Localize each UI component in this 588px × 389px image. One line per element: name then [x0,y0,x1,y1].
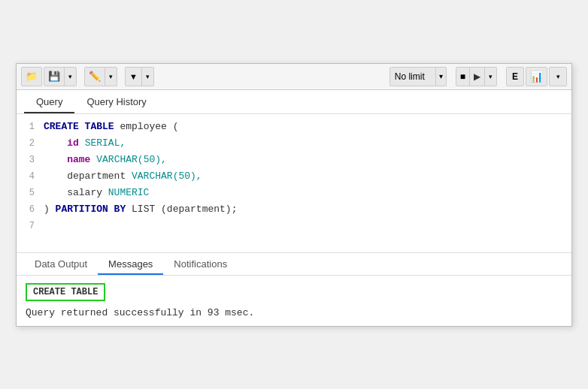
limit-dropdown[interactable]: No limit ▾ [389,67,447,86]
code-line-3: 3 name VARCHAR(50), [17,152,571,168]
explain-button[interactable]: E [506,67,524,86]
line-content-5: salary NUMERIC [44,185,571,201]
line-number-1: 1 [17,119,44,134]
stop-button[interactable]: ■ [456,68,470,86]
line-number-6: 6 [17,202,44,217]
line-content-2: id SERIAL, [44,135,571,152]
line-content-6: ) PARTITION BY LIST (department); [44,201,571,218]
line-number-3: 3 [17,152,44,167]
tab-data-output[interactable]: Data Output [24,253,98,275]
output-tab-bar: Data Output Messages Notifications [17,253,571,276]
line-number-4: 4 [17,169,44,184]
line-number-5: 5 [17,185,44,201]
line-content-4: department VARCHAR(50), [44,168,571,185]
save-group: 💾 ▾ [44,67,77,86]
code-line-5: 5 salary NUMERIC [17,185,571,201]
code-line-4: 4 department VARCHAR(50), [17,168,571,185]
tab-query[interactable]: Query [24,90,74,113]
save-button[interactable]: 💾 [44,68,65,86]
main-window: 📁 💾 ▾ ✏️ ▾ ▼ ▾ No limit ▾ ■ ▶ ▾ [16,63,572,327]
line-content-7 [44,218,571,234]
code-line-2: 2 id SERIAL, [17,135,571,152]
edit-group: ✏️ ▾ [84,67,117,86]
output-panel: CREATE TABLE Query returned successfully… [17,276,571,326]
code-line-7: 7 [17,218,571,234]
tab-messages[interactable]: Messages [98,253,163,275]
limit-label: No limit [390,69,435,84]
filter-group: ▼ ▾ [125,67,154,86]
line-content-1: CREATE TABLE employee ( [44,119,571,135]
query-tab-bar: Query Query History [17,90,571,114]
edit-button[interactable]: ✏️ [85,68,105,86]
code-editor[interactable]: 1 CREATE TABLE employee ( 2 id SERIAL, 3… [17,114,571,253]
filter-dropdown-button[interactable]: ▾ [142,68,153,86]
run-button[interactable]: ▶ [470,68,485,86]
result-message: Query returned successfully in 93 msec. [26,307,562,318]
line-number-7: 7 [17,219,44,234]
chart-button[interactable]: 📊 [526,67,547,86]
line-number-2: 2 [17,136,44,151]
save-dropdown-button[interactable]: ▾ [65,68,76,86]
limit-caret[interactable]: ▾ [435,68,446,86]
result-badge: CREATE TABLE [26,283,105,301]
tab-notifications[interactable]: Notifications [163,253,238,275]
toolbar: 📁 💾 ▾ ✏️ ▾ ▼ ▾ No limit ▾ ■ ▶ ▾ [17,64,571,90]
filter-button[interactable]: ▼ [126,68,142,86]
tab-query-history[interactable]: Query History [74,90,158,113]
line-content-3: name VARCHAR(50), [44,152,571,168]
code-line-1: 1 CREATE TABLE employee ( [17,119,571,135]
open-button[interactable]: 📁 [21,67,42,86]
code-line-6: 6 ) PARTITION BY LIST (department); [17,201,571,218]
run-dropdown-button[interactable]: ▾ [485,68,496,86]
run-group: ■ ▶ ▾ [456,67,497,86]
more-button[interactable]: ▾ [549,67,567,86]
edit-dropdown-button[interactable]: ▾ [105,68,117,86]
